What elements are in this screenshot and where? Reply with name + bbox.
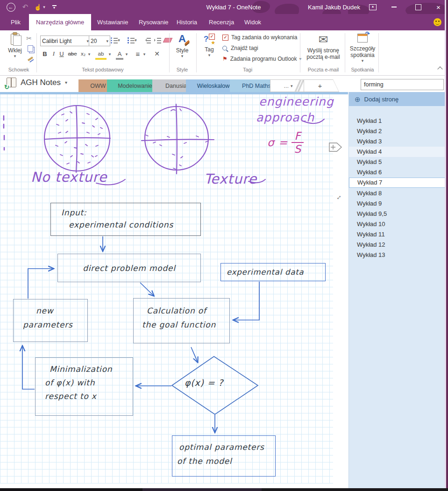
ribbon: Wklej ▾ ✂ Schowek Calibri Light ▾ 20 ▾ ▾…: [0, 30, 448, 76]
page-item-wyklad-7-selected[interactable]: Wykład 7: [349, 178, 445, 188]
flowchart-decision-text: φ(x) = ?: [185, 377, 223, 388]
styles-icon: A: [178, 34, 186, 44]
section-label: Danusia: [165, 83, 187, 89]
numbered-list-button[interactable]: ▾: [127, 36, 137, 44]
group-separator: [345, 33, 345, 72]
cut-button[interactable]: ✂: [24, 34, 34, 43]
page-item-wyklad-1[interactable]: Wykład 1: [349, 116, 445, 126]
increase-indent-button[interactable]: [153, 36, 162, 44]
page-item-wyklad-11[interactable]: Wykład 11: [349, 229, 445, 240]
paragraph-align-button[interactable]: ≡: [134, 50, 142, 58]
tab-plik[interactable]: Plik: [4, 14, 28, 30]
styles-label: Style: [176, 47, 189, 54]
page-item-wyklad-5[interactable]: Wykład 5: [349, 157, 445, 167]
flowchart-calculation-box: Calculation of the goal function: [133, 298, 230, 343]
flowchart-experimental-data-box: experimental data: [220, 263, 326, 281]
group-label-basic-text: Tekst podstawowy: [40, 67, 165, 72]
email-page-button[interactable]: ✉ Wyślij stronę pocztą e-mail: [304, 34, 343, 60]
page-item-wyklad-2[interactable]: Wykład 2: [349, 126, 445, 136]
ribbon-display-options-button[interactable]: ▴: [366, 0, 380, 14]
flowchart-input-box: Input: experimental conditions: [50, 203, 201, 236]
italic-button[interactable]: I: [50, 50, 57, 58]
touch-mode-button[interactable]: ☝ ▾: [33, 0, 47, 14]
paragraph-align-dropdown[interactable]: ▾: [142, 51, 147, 57]
resize-diagonal-icon[interactable]: ↔: [333, 191, 343, 202]
flowchart-new-parameters-box: new parameters: [13, 299, 88, 342]
minimize-button[interactable]: [383, 0, 405, 14]
chevron-down-icon: ▾: [362, 58, 364, 63]
taskbar-segment: [0, 488, 142, 491]
customize-quick-access-button[interactable]: ▾: [50, 0, 59, 14]
format-painter-button[interactable]: [26, 55, 35, 63]
chevron-down-icon: ▾: [65, 80, 67, 85]
underline-button[interactable]: U: [58, 50, 65, 58]
font-size-combobox[interactable]: 20 ▾: [89, 36, 110, 46]
tab-narzedzia-glowne[interactable]: Narzędzia główne: [29, 14, 91, 30]
tag-button[interactable]: ?✓★ Tag ▾: [200, 34, 219, 57]
taskbar-segment: [142, 488, 262, 491]
maximize-button[interactable]: [407, 0, 429, 14]
ink-eraser-button[interactable]: [163, 36, 173, 45]
page-item-wyklad-12[interactable]: Wykład 12: [349, 240, 445, 250]
highlight-button[interactable]: ab: [95, 50, 107, 60]
subscript-dropdown[interactable]: ▾: [87, 51, 92, 57]
find-tags-button[interactable]: Znajdź tagi: [222, 45, 258, 51]
page-item-wyklad-4[interactable]: Wykład 4: [349, 147, 445, 157]
tab-widok[interactable]: Widok: [237, 14, 268, 30]
search-input[interactable]: [361, 81, 442, 88]
paste-button[interactable]: Wklej ▾: [5, 34, 25, 58]
chevron-down-icon: ▾: [118, 38, 120, 43]
font-color-dropdown[interactable]: ▾: [124, 51, 129, 57]
section-label: OWW: [90, 83, 106, 89]
add-page-button[interactable]: ⊕ Dodaj stronę: [349, 92, 445, 106]
signed-in-user[interactable]: Kamil Jakub Dudek: [299, 0, 369, 14]
todo-tag-button[interactable]: ✓ Tag zadania do wykonania: [222, 34, 297, 41]
tab-label: Rysowanie: [139, 19, 169, 26]
group-separator: [169, 33, 170, 72]
clear-formatting-button[interactable]: ✕: [152, 50, 162, 58]
email-line1: Wyślij stronę: [307, 47, 339, 54]
page-item-wyklad-13[interactable]: Wykład 13: [349, 250, 445, 260]
clear-formatting-icon: ✕: [154, 50, 160, 57]
page-item-wyklad-3[interactable]: Wykład 3: [349, 136, 445, 147]
back-button[interactable]: ←: [5, 0, 17, 14]
group-separator: [300, 33, 300, 72]
new-section-button[interactable]: +: [304, 79, 339, 92]
outlook-tasks-button[interactable]: ⚑ Zadania programu Outlook ▾: [222, 56, 301, 62]
page-item-wyklad-6[interactable]: Wykład 6: [349, 167, 445, 178]
subscript-button[interactable]: x₂: [79, 50, 87, 58]
formula-denominator: S: [294, 143, 301, 155]
collapse-chevron-icon: [437, 66, 442, 71]
page-item-wyklad-9[interactable]: Wykład 9: [349, 199, 445, 209]
undo-icon: ↶: [22, 3, 28, 11]
page-title: Wykład 12: [357, 241, 385, 248]
strikethrough-button[interactable]: abe: [66, 50, 78, 58]
bullet-list-button[interactable]: ▾: [110, 36, 121, 44]
page-item-wyklad-10[interactable]: Wykład 10: [349, 219, 445, 229]
tab-historia[interactable]: Historia: [170, 14, 204, 30]
font-name-combobox[interactable]: Calibri Light ▾: [40, 36, 91, 46]
undo-button[interactable]: ↶: [20, 0, 31, 14]
tab-label: Narzędzia główne: [36, 19, 84, 26]
collapse-ribbon-button[interactable]: [436, 66, 444, 72]
copy-button[interactable]: [26, 44, 35, 53]
meeting-details-button[interactable]: Szczegóły spotkania ▾: [348, 34, 377, 63]
feedback-smiley-button[interactable]: [434, 18, 441, 26]
decrease-indent-button[interactable]: [143, 36, 151, 44]
highlight-dropdown[interactable]: ▾: [107, 51, 112, 57]
maximize-icon: [415, 4, 421, 10]
tab-rysowanie[interactable]: Rysowanie: [132, 14, 176, 30]
page-item-wyklad-9-5[interactable]: Wykład 9,5: [349, 209, 445, 219]
font-color-button[interactable]: A: [116, 50, 123, 60]
italic-icon: I: [53, 50, 55, 57]
strikethrough-icon: abe: [68, 51, 77, 57]
tab-wstawianie[interactable]: Wstawianie: [90, 14, 135, 30]
bold-button[interactable]: B: [41, 50, 49, 58]
page-item-wyklad-8[interactable]: Wykład 8: [349, 188, 445, 199]
email-line2: pocztą e-mail: [306, 54, 340, 60]
styles-button[interactable]: A Style ▾: [172, 34, 192, 58]
touch-mode-icon: ☝: [34, 4, 42, 11]
chevron-down-icon: ▾: [43, 5, 45, 9]
tab-recenzja[interactable]: Recenzja: [202, 14, 241, 30]
notebook-dropdown[interactable]: AGH Notes ▾: [7, 78, 67, 87]
